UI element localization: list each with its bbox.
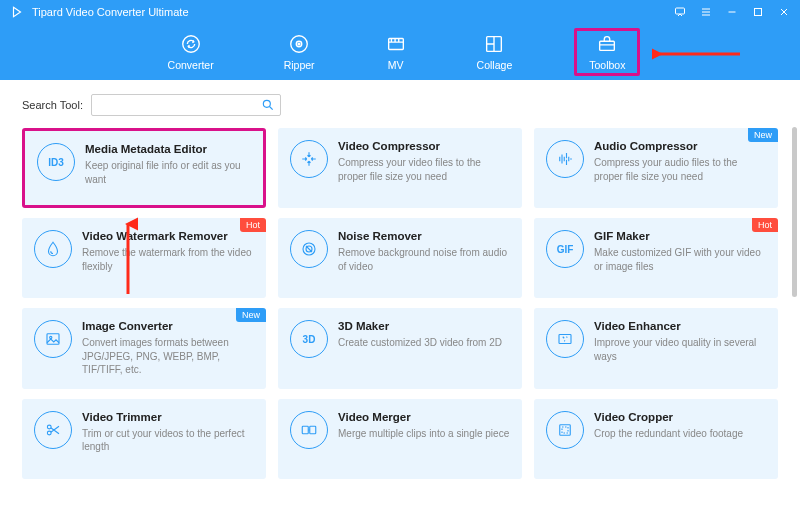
tab-label: MV	[388, 59, 404, 71]
tool-title: GIF Maker	[594, 230, 768, 242]
crop-icon	[546, 411, 584, 449]
svg-rect-8	[600, 41, 615, 50]
close-icon[interactable]	[778, 6, 790, 18]
search-label: Search Tool:	[22, 99, 83, 111]
maximize-icon[interactable]	[752, 6, 764, 18]
tool-desc: Remove background noise from audio of vi…	[338, 246, 512, 273]
tool-title: Video Trimmer	[82, 411, 256, 423]
svg-point-10	[263, 100, 270, 107]
minimize-icon[interactable]	[726, 6, 738, 18]
tool-card-video-trimmer[interactable]: Video TrimmerTrim or cut your videos to …	[22, 399, 266, 479]
svg-rect-1	[755, 9, 762, 16]
watermark-icon	[34, 230, 72, 268]
content-area: Search Tool: ID3Media Metadata EditorKee…	[0, 80, 800, 519]
converter-icon	[180, 33, 202, 55]
svg-point-17	[47, 431, 51, 435]
tab-converter[interactable]: Converter	[160, 29, 222, 75]
svg-rect-18	[302, 426, 308, 434]
tool-desc: Remove the watermark from the video flex…	[82, 246, 256, 273]
tool-desc: Merge multiple clips into a single piece	[338, 427, 512, 441]
tool-title: Video Compressor	[338, 140, 512, 152]
svg-rect-13	[47, 334, 59, 345]
tool-card-noise-remover[interactable]: Noise RemoverRemove background noise fro…	[278, 218, 522, 298]
tab-label: Ripper	[284, 59, 315, 71]
tool-title: Video Merger	[338, 411, 512, 423]
toolbox-icon	[596, 33, 618, 55]
tool-title: Audio Compressor	[594, 140, 768, 152]
tool-card-video-watermark-remover[interactable]: Video Watermark RemoverRemove the waterm…	[22, 218, 266, 298]
svg-rect-21	[562, 427, 568, 433]
audio-compress-icon	[546, 140, 584, 178]
tab-collage[interactable]: Collage	[469, 29, 521, 75]
svg-point-2	[182, 36, 199, 53]
svg-rect-20	[560, 424, 571, 435]
tool-card-3d-maker[interactable]: 3D3D MakerCreate customized 3D video fro…	[278, 308, 522, 389]
menu-icon[interactable]	[700, 6, 712, 18]
tool-desc: Crop the redundant video footage	[594, 427, 768, 441]
tool-card-gif-maker[interactable]: GIFGIF MakerMake customized GIF with you…	[534, 218, 778, 298]
tool-title: Video Watermark Remover	[82, 230, 256, 242]
new-badge: New	[236, 308, 266, 322]
app-logo-icon	[10, 5, 24, 19]
app-title: Tipard Video Converter Ultimate	[32, 6, 674, 18]
compress-icon	[290, 140, 328, 178]
search-input[interactable]	[91, 94, 281, 116]
tool-desc: Compress your video files to the proper …	[338, 156, 512, 183]
merge-icon	[290, 411, 328, 449]
scrollbar-thumb[interactable]	[792, 127, 797, 297]
tool-card-media-metadata-editor[interactable]: ID3Media Metadata EditorKeep original fi…	[22, 128, 266, 208]
search-row: Search Tool:	[22, 94, 778, 116]
svg-point-5	[298, 43, 300, 45]
search-box	[91, 94, 281, 116]
tool-card-video-merger[interactable]: Video MergerMerge multiple clips into a …	[278, 399, 522, 479]
window-controls	[674, 6, 790, 18]
tab-ripper[interactable]: Ripper	[276, 29, 323, 75]
ripper-icon	[288, 33, 310, 55]
main-tabs: Converter Ripper MV Collage Toolbox	[0, 24, 800, 80]
tool-card-audio-compressor[interactable]: Audio CompressorCompress your audio file…	[534, 128, 778, 208]
svg-rect-0	[676, 8, 685, 14]
tab-label: Collage	[477, 59, 513, 71]
tool-card-video-cropper[interactable]: Video CropperCrop the redundant video fo…	[534, 399, 778, 479]
tool-title: Noise Remover	[338, 230, 512, 242]
new-badge: New	[748, 128, 778, 142]
tool-card-video-compressor[interactable]: Video CompressorCompress your video file…	[278, 128, 522, 208]
tool-desc: Convert images formats between JPG/JPEG,…	[82, 336, 256, 377]
tool-desc: Keep original file info or edit as you w…	[85, 159, 253, 186]
ID3-icon: ID3	[37, 143, 75, 181]
tool-desc: Create customized 3D video from 2D	[338, 336, 512, 350]
enhance-icon	[546, 320, 584, 358]
tool-desc: Make customized GIF with your video or i…	[594, 246, 768, 273]
tool-desc: Trim or cut your videos to the perfect l…	[82, 427, 256, 454]
mv-icon	[385, 33, 407, 55]
hot-badge: Hot	[240, 218, 266, 232]
tool-desc: Improve your video quality in several wa…	[594, 336, 768, 363]
titlebar: Tipard Video Converter Ultimate	[0, 0, 800, 24]
tools-grid: ID3Media Metadata EditorKeep original fi…	[22, 128, 778, 479]
tab-label: Toolbox	[589, 59, 625, 71]
collage-icon	[483, 33, 505, 55]
tab-label: Converter	[168, 59, 214, 71]
svg-point-16	[47, 425, 51, 429]
image-icon	[34, 320, 72, 358]
3D-icon: 3D	[290, 320, 328, 358]
tab-toolbox[interactable]: Toolbox	[574, 28, 640, 76]
search-icon[interactable]	[261, 98, 275, 112]
feedback-icon[interactable]	[674, 6, 686, 18]
tab-mv[interactable]: MV	[377, 29, 415, 75]
tool-title: 3D Maker	[338, 320, 512, 332]
tool-title: Media Metadata Editor	[85, 143, 253, 155]
tool-title: Video Enhancer	[594, 320, 768, 332]
tool-card-image-converter[interactable]: Image ConverterConvert images formats be…	[22, 308, 266, 389]
tool-title: Video Cropper	[594, 411, 768, 423]
tool-desc: Compress your audio files to the proper …	[594, 156, 768, 183]
tool-title: Image Converter	[82, 320, 256, 332]
hot-badge: Hot	[752, 218, 778, 232]
svg-rect-19	[310, 426, 316, 434]
svg-rect-15	[559, 335, 571, 344]
noise-icon	[290, 230, 328, 268]
GIF-icon: GIF	[546, 230, 584, 268]
tool-card-video-enhancer[interactable]: Video EnhancerImprove your video quality…	[534, 308, 778, 389]
trim-icon	[34, 411, 72, 449]
